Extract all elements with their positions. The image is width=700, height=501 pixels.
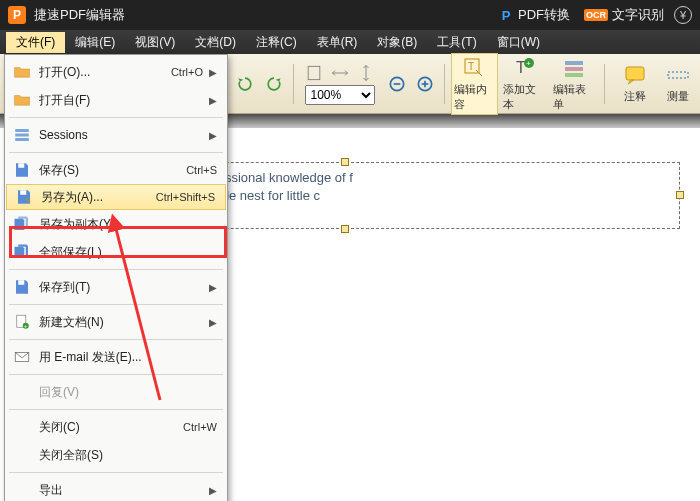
- menu-revert: 回复(V): [5, 378, 227, 406]
- undo-icon[interactable]: [232, 64, 258, 104]
- svg-rect-18: [15, 129, 29, 132]
- menu-divider: [9, 152, 223, 153]
- menu-divider: [9, 409, 223, 410]
- app-logo-icon: P: [8, 6, 26, 24]
- menu-new-doc-label: 新建文档(N): [39, 314, 203, 331]
- svg-rect-2: [309, 66, 321, 79]
- menubar: 文件(F) 编辑(E) 视图(V) 文档(D) 注释(C) 表单(R) 对象(B…: [0, 30, 700, 54]
- measure-button[interactable]: 测量: [660, 60, 696, 107]
- file-menu-dropdown: 打开(O)... Ctrl+O ▶ 打开自(F) ▶ Sessions ▶ 保存…: [4, 54, 228, 501]
- submenu-arrow-icon: ▶: [209, 130, 217, 141]
- save-as-icon: [13, 187, 35, 207]
- menu-save-as-copy[interactable]: 另存为副本(Y)...: [5, 210, 227, 238]
- svg-text:+: +: [526, 59, 531, 68]
- add-text-icon: T+: [512, 56, 536, 80]
- fit-height-icon[interactable]: [355, 63, 377, 83]
- svg-rect-23: [18, 280, 24, 285]
- submenu-arrow-icon: ▶: [209, 317, 217, 328]
- menu-revert-label: 回复(V): [39, 384, 217, 401]
- zoom-select[interactable]: 100%: [305, 85, 375, 105]
- ocr-link[interactable]: OCR 文字识别: [584, 6, 664, 24]
- menu-close-all[interactable]: 关闭全部(S): [5, 441, 227, 469]
- menu-export[interactable]: 导出 ▶: [5, 476, 227, 501]
- svg-text:+: +: [24, 323, 27, 329]
- resize-handle-top[interactable]: [341, 158, 349, 166]
- menu-close[interactable]: 关闭(C) Ctrl+W: [5, 413, 227, 441]
- menu-save-all[interactable]: 全部保存(L): [5, 238, 227, 266]
- submenu-arrow-icon: ▶: [209, 282, 217, 293]
- menu-view[interactable]: 视图(V): [125, 32, 185, 53]
- menu-save-all-label: 全部保存(L): [39, 244, 217, 261]
- submenu-arrow-icon: ▶: [209, 485, 217, 496]
- menu-comment[interactable]: 注释(C): [246, 32, 307, 53]
- menu-save[interactable]: 保存(S) Ctrl+S: [5, 156, 227, 184]
- menu-email-label: 用 E-mail 发送(E)...: [39, 349, 217, 366]
- edit-form-button[interactable]: 编辑表单: [550, 53, 598, 115]
- redo-icon[interactable]: [261, 64, 287, 104]
- email-icon: [11, 347, 33, 367]
- blank-icon: [11, 382, 33, 402]
- menu-open-from[interactable]: 打开自(F) ▶: [5, 86, 227, 114]
- submenu-arrow-icon: ▶: [209, 95, 217, 106]
- menu-open[interactable]: 打开(O)... Ctrl+O ▶: [5, 58, 227, 86]
- pdf-convert-link[interactable]: P PDF转换: [498, 6, 570, 24]
- resize-handle-bottom[interactable]: [341, 225, 349, 233]
- menu-new-doc[interactable]: + 新建文档(N) ▶: [5, 308, 227, 336]
- menu-save-as-copy-label: 另存为副本(Y)...: [39, 216, 217, 233]
- menu-divider: [9, 374, 223, 375]
- menu-tool[interactable]: 工具(T): [427, 32, 486, 53]
- pdf-convert-icon: P: [498, 7, 514, 23]
- menu-email[interactable]: 用 E-mail 发送(E)...: [5, 343, 227, 371]
- svg-rect-17: [668, 72, 688, 78]
- annotate-button[interactable]: 注释: [611, 60, 659, 107]
- menu-save-accel: Ctrl+S: [186, 164, 217, 176]
- svg-rect-21: [18, 163, 24, 168]
- resize-handle-right[interactable]: [676, 191, 684, 199]
- currency-icon[interactable]: ¥: [674, 6, 692, 24]
- add-text-label: 添加文本: [503, 82, 545, 112]
- annotate-label: 注释: [624, 89, 646, 104]
- menu-export-label: 导出: [39, 482, 203, 499]
- blank-icon: [11, 445, 33, 465]
- new-doc-icon: +: [11, 312, 33, 332]
- folder-icon: [11, 90, 33, 110]
- svg-rect-16: [626, 67, 644, 80]
- menu-window[interactable]: 窗口(W): [487, 32, 550, 53]
- menu-object[interactable]: 对象(B): [367, 32, 427, 53]
- add-text-button[interactable]: T+ 添加文本: [500, 53, 548, 115]
- menu-file[interactable]: 文件(F): [6, 32, 65, 53]
- blank-icon: [11, 480, 33, 500]
- menu-open-accel: Ctrl+O: [171, 66, 203, 78]
- fit-page-icon[interactable]: [303, 63, 325, 83]
- menu-divider: [9, 117, 223, 118]
- menu-divider: [9, 472, 223, 473]
- menu-divider: [9, 304, 223, 305]
- zoom-in-icon[interactable]: [412, 64, 438, 104]
- menu-save-label: 保存(S): [39, 162, 178, 179]
- menu-save-as-label: 另存为(A)...: [41, 189, 148, 206]
- menu-sessions[interactable]: Sessions ▶: [5, 121, 227, 149]
- menu-form[interactable]: 表单(R): [307, 32, 368, 53]
- svg-rect-20: [15, 138, 29, 141]
- menu-close-all-label: 关闭全部(S): [39, 447, 217, 464]
- zoom-out-icon[interactable]: [383, 64, 409, 104]
- menu-open-from-label: 打开自(F): [39, 92, 203, 109]
- menu-save-to[interactable]: 保存到(T) ▶: [5, 273, 227, 301]
- svg-text:T: T: [468, 61, 474, 72]
- titlebar: P 捷速PDF编辑器 P PDF转换 OCR 文字识别 ¥: [0, 0, 700, 30]
- measure-label: 测量: [667, 89, 689, 104]
- edit-form-label: 编辑表单: [553, 82, 595, 112]
- save-all-icon: [11, 242, 33, 262]
- edit-content-button[interactable]: T 编辑内容: [451, 53, 499, 115]
- edit-form-icon: [562, 56, 586, 80]
- submenu-arrow-icon: ▶: [209, 67, 217, 78]
- menu-document[interactable]: 文档(D): [185, 32, 246, 53]
- menu-edit[interactable]: 编辑(E): [65, 32, 125, 53]
- save-copy-icon: [11, 214, 33, 234]
- fit-width-icon[interactable]: [329, 63, 351, 83]
- menu-close-label: 关闭(C): [39, 419, 175, 436]
- blank-icon: [11, 417, 33, 437]
- menu-save-as[interactable]: 另存为(A)... Ctrl+Shift+S: [6, 184, 226, 210]
- ocr-label: 文字识别: [612, 6, 664, 24]
- menu-divider: [9, 339, 223, 340]
